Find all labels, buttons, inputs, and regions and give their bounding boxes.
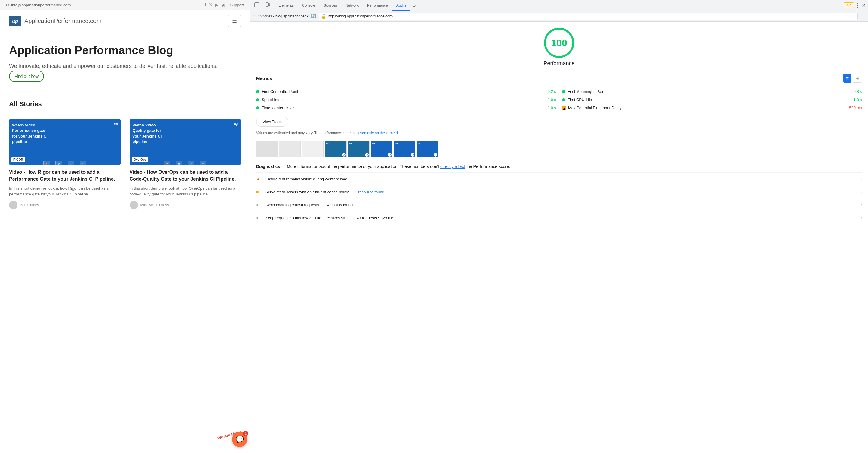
tab-performance[interactable]: Performance (363, 0, 392, 11)
diagnostics-section: Diagnostics — More information about the… (256, 164, 862, 224)
diagnostic-webfont-text: Ensure text remains visible during webfo… (265, 177, 858, 181)
tab-audits[interactable]: Audits (392, 0, 410, 11)
diagnostic-chaining-icon: ● (256, 202, 262, 207)
rss-icon[interactable]: ◉ (221, 2, 225, 7)
devtools-content: 100 Performance Metrics ≡ ⊞ First Conten… (250, 22, 868, 453)
diagnostic-cache-icon: ■ (256, 190, 262, 194)
story-card-2[interactable]: Watch Video Quality gate for your Jenkin… (130, 119, 241, 209)
pipeline-node: 📦 (43, 161, 50, 165)
stories-grid: Watch Video Performance gate for your Je… (9, 119, 241, 209)
metrics-note-link[interactable]: based only on these metrics (356, 131, 401, 135)
svg-rect-0 (255, 3, 259, 7)
screenshot-expand-icon: ↗ (342, 153, 346, 157)
tab-sources[interactable]: Sources (319, 0, 341, 11)
tab-console[interactable]: Console (298, 0, 319, 11)
screenshot-3 (302, 141, 324, 158)
diagnostic-chaining[interactable]: ● Avoid chaining critical requests — 14 … (256, 198, 862, 211)
diagnostic-chaining-note: — 14 chains found (320, 203, 352, 207)
metric-name-si: Speed Index (261, 97, 545, 102)
top-bar-right: f 𝕏 ▶ ◉ Support (205, 2, 244, 7)
logo-mark: ap (9, 16, 22, 26)
top-bar: ✉ info@applicationperformance.com f 𝕏 ▶ … (0, 0, 250, 10)
card2-badge: ap (234, 122, 239, 126)
url-more-button[interactable]: ⋮ (860, 13, 866, 20)
grid-view-button[interactable]: ⊞ (852, 74, 862, 83)
hero-subtitle: We innovate, educate and empower our cus… (9, 62, 241, 82)
refresh-button[interactable]: 🔄 (311, 14, 316, 19)
card1-badge: ap (114, 122, 118, 126)
diagnostic-cache[interactable]: ■ Serve static assets with an efficient … (256, 185, 862, 198)
screenshot-2 (279, 141, 301, 158)
devtools-menu-button[interactable]: ⋮ (855, 2, 861, 9)
metrics-left-col: First Contentful Paint 0.2 s Speed Index… (256, 87, 556, 112)
more-tabs-button[interactable]: » (410, 0, 418, 11)
screenshot-7: ap ↗ (394, 141, 415, 158)
logo[interactable]: ap ApplicationPerformance.com (9, 16, 101, 26)
url-bar: + 13:29:41 - blog.applicationper ▾ 🔄 🔒 h… (250, 11, 868, 22)
tab-elements[interactable]: Elements (274, 0, 298, 11)
diagnostic-webfont[interactable]: ▲ Ensure text remains visible during web… (256, 172, 862, 185)
new-tab-button[interactable]: + (253, 13, 256, 19)
support-link[interactable]: Support (230, 3, 244, 7)
find-out-how-button[interactable]: Find out how (9, 70, 44, 82)
screenshot-8: ap ↗ (416, 141, 438, 158)
story-image-text-2: Watch Video Quality gate for your Jenkin… (133, 122, 169, 144)
chat-badge: 1 (243, 431, 248, 436)
card2-avatar (130, 201, 138, 209)
devtools-close-button[interactable]: ✕ (862, 2, 866, 8)
chat-bubble-button[interactable]: 💬 1 (232, 432, 247, 447)
story-card-1[interactable]: Watch Video Performance gate for your Je… (9, 119, 121, 209)
twitter-icon[interactable]: 𝕏 (209, 2, 212, 7)
list-view-button[interactable]: ≡ (843, 74, 851, 83)
contact-email: info@applicationperformance.com (11, 3, 70, 7)
screenshot-1 (256, 141, 278, 158)
performance-score-circle: 100 (544, 28, 574, 58)
svg-rect-1 (266, 3, 268, 6)
warning-badge[interactable]: ⚠ 1 (844, 2, 854, 8)
metric-dot-fid: ▲ (562, 106, 566, 110)
devtools-icons (250, 1, 274, 10)
metric-speed-index: Speed Index 1.0 s (256, 95, 556, 104)
metric-name-fid: Max Potential First Input Delay (568, 106, 846, 110)
youtube-icon[interactable]: ▶ (215, 2, 218, 7)
tab-network[interactable]: Network (341, 0, 363, 11)
diagnostic-expand-icon-2: › (861, 189, 862, 195)
url-text[interactable]: https://blog.applicationperformance.com/ (328, 14, 393, 19)
screenshot-5-expand-icon: ↗ (365, 153, 369, 157)
devtools-panel: Elements Console Sources Network Perform… (250, 0, 868, 453)
devtools-header: Elements Console Sources Network Perform… (250, 0, 868, 11)
card1-desc: In this short demo we look at how Rigor … (9, 186, 121, 197)
diagnostic-expand-icon-3: › (861, 202, 862, 207)
directly-affect-link[interactable]: directly affect (440, 164, 465, 169)
social-icons: f 𝕏 ▶ ◉ (205, 2, 225, 7)
metric-first-meaningful-paint: First Meaningful Paint 0.8 s (562, 87, 862, 95)
metric-value-fmp: 0.8 s (854, 89, 862, 94)
card2-title: Video - How OverOps can be used to add a… (130, 169, 241, 182)
card2-brand: OverOps (132, 157, 148, 162)
facebook-icon[interactable]: f (205, 2, 206, 7)
devtools-header-right: ⚠ 1 ⋮ ✕ (841, 2, 868, 9)
website-panel: ✉ info@applicationperformance.com f 𝕏 ▶ … (0, 0, 250, 453)
stories-divider (9, 112, 33, 112)
screenshot-7-expand-icon: ↗ (411, 153, 414, 157)
metric-value-tti: 1.0 s (548, 106, 556, 110)
hamburger-button[interactable]: ☰ (228, 15, 241, 27)
card2-author: Mick McGuinness (130, 201, 241, 209)
diagnostic-chaining-text: Avoid chaining critical requests — 14 ch… (265, 203, 858, 207)
diagnostics-header: Diagnostics — More information about the… (256, 164, 862, 170)
metrics-title: Metrics (256, 76, 272, 81)
screenshot-8-expand-icon: ↗ (434, 153, 437, 157)
metric-name-tti: Time to Interactive (261, 106, 545, 110)
stories-section: All Stories Watch Video Performance gate… (0, 97, 250, 218)
view-trace-button[interactable]: View Trace (256, 117, 288, 127)
svg-rect-2 (269, 4, 270, 6)
diagnostic-expand-icon-4: › (861, 215, 862, 221)
metric-dot-fci (562, 98, 565, 101)
device-toolbar-button[interactable] (264, 1, 272, 10)
diagnostic-requests[interactable]: ● Keep request counts low and transfer s… (256, 211, 862, 224)
diagnostic-cache-text: Serve static assets with an efficient ca… (265, 190, 858, 194)
metric-dot-fmp (562, 90, 565, 93)
diagnostic-cache-note: — 1 resource found (350, 190, 384, 194)
inspect-element-button[interactable] (253, 1, 261, 10)
card1-brand: RIGOR (11, 157, 25, 162)
